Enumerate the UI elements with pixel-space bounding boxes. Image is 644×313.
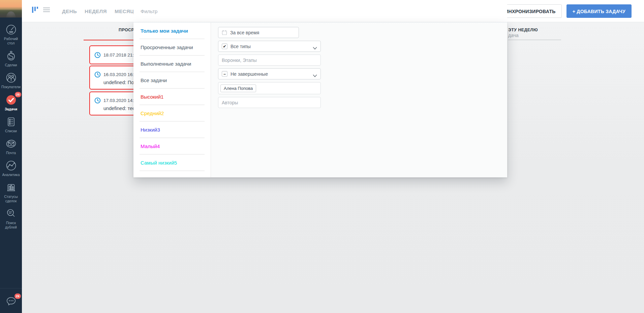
sidebar-item-duplicate-search[interactable]: Поиск дублей (0, 208, 22, 230)
pipelines-placeholder: Воронки, Этапы (222, 58, 257, 63)
preset-priority-low[interactable]: Низкий3 (133, 121, 211, 138)
chevron-down-icon (313, 73, 317, 79)
analytics-icon (5, 160, 17, 172)
period-value: За все время (230, 30, 259, 35)
sidebar-item-desktop[interactable]: Рабочий стол (0, 24, 22, 45)
preset-overdue-tasks[interactable]: Просроченные задачи (133, 39, 211, 56)
dashboard-icon (5, 24, 17, 36)
sidebar-item-label: Почта (6, 151, 16, 155)
sidebar-item-label: Сделки (5, 63, 17, 67)
sidebar-item-tasks[interactable]: 25 Задачи (0, 94, 22, 111)
sidebar-item-label: Задачи (5, 107, 17, 111)
sidebar-item-label: Списки (5, 129, 17, 133)
preset-all-tasks[interactable]: Все задачи (133, 72, 211, 89)
sidebar-item-analytics[interactable]: Аналитика (0, 160, 22, 177)
authors-input[interactable]: Авторы (218, 97, 321, 108)
sidebar-bottom: 29 (0, 288, 22, 313)
deal-statuses-icon (5, 181, 17, 194)
checkbox-checked-icon[interactable]: ✔ (222, 43, 227, 49)
sidebar-item-label: Статусы сделок (0, 195, 22, 203)
preset-priority-lowest[interactable]: Самый низкий5 (133, 154, 211, 171)
sidebar-item-label: Аналитика (2, 173, 20, 177)
deals-icon (5, 50, 17, 62)
chat-count-badge: 29 (14, 293, 21, 299)
sidebar-item-deal-statuses[interactable]: Статусы сделок (0, 181, 22, 203)
preset-completed-tasks[interactable]: Выполненные задачи (133, 56, 211, 72)
preset-priority-small[interactable]: Малый4 (133, 138, 211, 154)
preset-priority-medium[interactable]: Средний2 (133, 105, 211, 121)
sidebar-item-deals[interactable]: Сделки (0, 50, 22, 67)
responsible-input[interactable]: Алена Попова (218, 82, 321, 94)
filter-search-input[interactable] (133, 8, 336, 14)
filter-fields: За все время ✔ Все типы Воронки, Этапы –… (211, 23, 507, 177)
tab-week[interactable]: НЕДЕЛЯ (85, 8, 107, 14)
calendar-icon (222, 30, 227, 35)
duplicate-search-icon (5, 208, 17, 220)
overdue-column-title: ПРОСР (119, 28, 134, 32)
preset-priority-high[interactable]: Высокий1 (133, 89, 211, 105)
quick-add-task-input[interactable]: дача (508, 33, 519, 38)
view-period-tabs: ДЕНЬ НЕДЕЛЯ МЕСЯЦ (62, 0, 134, 22)
sidebar: Рабочий стол Сделки (0, 0, 22, 313)
clock-icon (94, 97, 101, 105)
kanban-view-icon[interactable] (31, 6, 39, 15)
list-view-icon[interactable] (42, 6, 51, 15)
sidebar-item-buyers[interactable]: Покупатели (0, 72, 22, 89)
filter-panel-body: Только мои задачи Просроченные задачи Вы… (133, 22, 507, 177)
sidebar-item-label: Покупатели (1, 85, 21, 89)
week-column-title: ЭТУ НЕДЕЛЮ (508, 28, 538, 32)
checkbox-indeterminate-icon[interactable]: – (222, 71, 227, 77)
account-logo[interactable] (0, 0, 22, 18)
chevron-down-icon (313, 45, 317, 51)
filter-panel: Только мои задачи Просроченные задачи Вы… (133, 0, 507, 177)
pipelines-stages-input[interactable]: Воронки, Этапы (218, 55, 321, 66)
authors-placeholder: Авторы (222, 100, 238, 105)
completion-status-select[interactable]: – Не завершенные (218, 68, 321, 79)
completion-value: Не завершенные (231, 71, 268, 77)
sidebar-nav: Рабочий стол Сделки (0, 18, 22, 234)
quick-add-underline (508, 40, 561, 40)
filter-search-row (133, 0, 507, 22)
clock-icon (94, 52, 101, 60)
sidebar-divider (0, 288, 22, 288)
app-root: Рабочий стол Сделки (0, 0, 644, 313)
sidebar-item-mail[interactable]: Почта (0, 138, 22, 155)
tab-month[interactable]: МЕСЯЦ (115, 8, 134, 14)
sidebar-item-label: Поиск дублей (0, 221, 22, 230)
tab-day[interactable]: ДЕНЬ (62, 8, 77, 14)
sidebar-item-label: Рабочий стол (0, 37, 22, 45)
mail-icon (5, 138, 17, 150)
buyers-icon (5, 72, 17, 84)
add-task-button[interactable]: + ДОБАВИТЬ ЗАДАЧУ (566, 4, 632, 18)
task-types-value: Все типы (231, 44, 251, 49)
filter-presets-menu: Только мои задачи Просроченные задачи Вы… (133, 23, 211, 177)
preset-only-my-tasks[interactable]: Только мои задачи (133, 23, 211, 39)
period-select[interactable]: За все время (218, 27, 299, 38)
lists-icon (5, 116, 17, 128)
task-types-select[interactable]: ✔ Все типы (218, 41, 321, 52)
tasks-count-badge: 25 (15, 92, 21, 97)
clock-icon (94, 71, 101, 79)
tasks-check-icon: 25 (5, 94, 17, 106)
responsible-tag[interactable]: Алена Попова (220, 84, 256, 92)
task-text: undefined: тест (103, 106, 137, 111)
sidebar-item-lists[interactable]: Списки (0, 116, 22, 133)
chat-button[interactable]: 29 (5, 295, 17, 307)
